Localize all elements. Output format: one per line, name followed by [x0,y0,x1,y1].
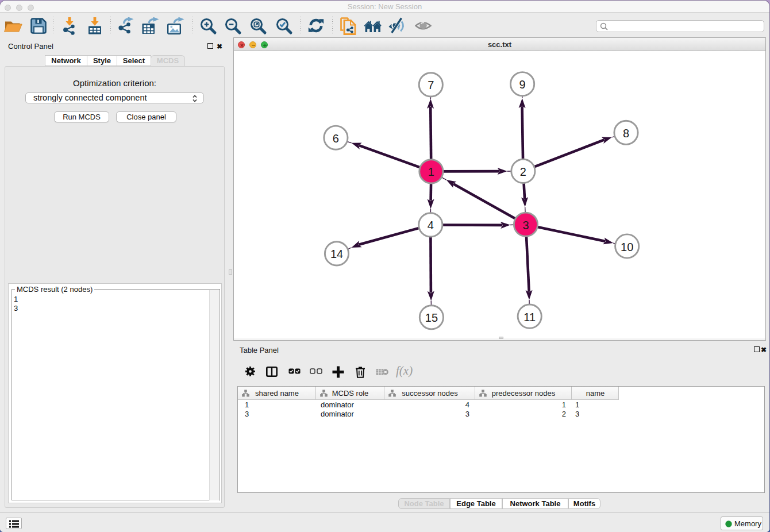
svg-text:9: 9 [519,78,526,91]
svg-text:7: 7 [428,79,434,91]
svg-text:11: 11 [523,311,536,323]
svg-text:3: 3 [522,219,529,232]
svg-text:4: 4 [428,219,434,232]
svg-text:14: 14 [330,248,343,260]
svg-text:1: 1 [428,165,434,178]
svg-text:15: 15 [425,311,438,324]
svg-text:6: 6 [333,132,339,145]
svg-text:2: 2 [520,165,526,178]
svg-text:10: 10 [621,241,633,253]
svg-text:8: 8 [623,127,629,140]
